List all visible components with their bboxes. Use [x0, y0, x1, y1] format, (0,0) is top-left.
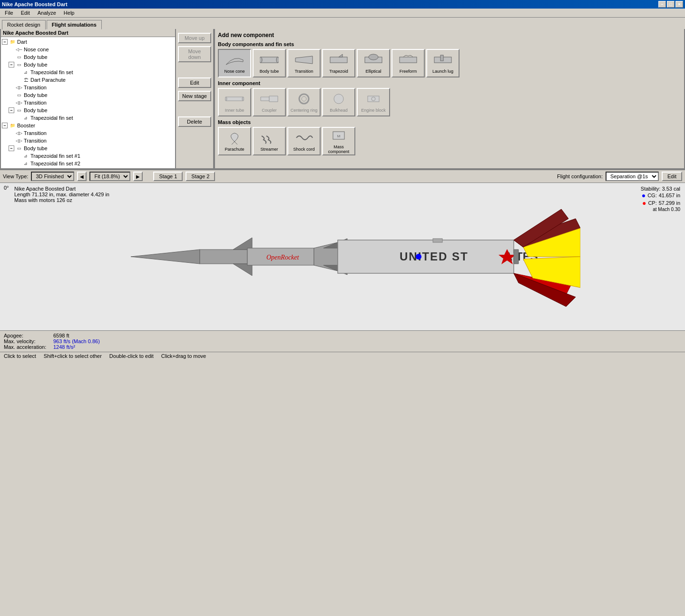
tree-label-body-tube-3: Body tube [24, 92, 48, 98]
fit-select[interactable]: Fit (18.8%) [89, 172, 130, 181]
view-toolbar: View Type: 3D Finished ◀ Fit (18.8%) ▶ S… [0, 170, 685, 183]
tree-item-trap-fin[interactable]: ⊿ Trapezoidal fin set [2, 68, 174, 76]
view-right-arrow[interactable]: ▶ [133, 172, 143, 181]
tree-item-transition-2[interactable]: ◁▷ Transition [2, 99, 174, 106]
comp-freeform[interactable]: Freeform [391, 49, 425, 77]
svg-point-11 [225, 97, 227, 101]
nose-icon: ◁─ [15, 46, 23, 53]
expand-dart[interactable]: − [2, 39, 8, 45]
tree-item-trap-fin-set-2[interactable]: ⊿ Trapezoidal fin set #2 [2, 160, 174, 167]
tree-item-body-tube-5[interactable]: − ▭ Body tube [2, 144, 174, 152]
comp-shock-cord[interactable]: Shock cord [287, 127, 321, 155]
tree-label-trap-fin-set-2: Trapezoidal fin set #2 [30, 161, 80, 166]
svg-marker-25 [233, 264, 252, 276]
stage-1-button[interactable]: Stage 1 [153, 172, 183, 181]
svg-rect-37 [433, 239, 442, 242]
tree-label-body-tube-5: Body tube [24, 145, 48, 151]
trapezoid-icon [329, 53, 348, 67]
trapezoid-label: Trapezoid [329, 69, 348, 74]
comp-parachute[interactable]: Parachute [218, 127, 251, 155]
streamer-icon [260, 131, 279, 145]
mass-objects-title: Mass objects [218, 119, 681, 125]
svg-rect-0 [261, 57, 278, 63]
tree-label-dart: Dart [17, 39, 27, 45]
comp-elliptical[interactable]: Elliptical [357, 49, 390, 77]
fin-icon-2: ⊿ [22, 115, 29, 121]
flight-config-select[interactable]: Separation @1s [606, 172, 659, 181]
minimize-button[interactable]: − [658, 1, 666, 8]
body-tube-icon [260, 53, 279, 67]
expand-booster[interactable]: − [2, 123, 8, 128]
menu-edit[interactable]: Edit [18, 10, 33, 16]
tree-item-dart[interactable]: − 📁 Dart [2, 38, 174, 46]
svg-marker-4 [339, 54, 342, 57]
delete-button[interactable]: Delete [178, 116, 211, 127]
menu-help[interactable]: Help [61, 10, 78, 16]
cg-value: 41.657 in [659, 192, 680, 198]
comp-engine-block[interactable]: Engine block [357, 88, 390, 116]
tree-item-booster[interactable]: − 📁 Booster [2, 122, 174, 129]
expand-body-tube-4[interactable]: − [9, 107, 14, 113]
trans-icon-1: ◁▷ [15, 84, 23, 91]
add-component-title: Add new component [218, 32, 681, 38]
close-button[interactable]: × [675, 1, 683, 8]
menu-analyze[interactable]: Analyze [35, 10, 59, 16]
move-up-button[interactable]: Move up [178, 33, 211, 43]
comp-streamer[interactable]: Streamer [253, 127, 286, 155]
comp-coupler[interactable]: Coupler [253, 88, 286, 116]
svg-rect-9 [440, 55, 443, 61]
svg-text:M: M [337, 134, 341, 138]
svg-point-35 [416, 254, 421, 260]
comp-bulkhead[interactable]: Bulkhead [322, 88, 355, 116]
inner-component-grid: Inner tube Coupler Cente [218, 88, 681, 116]
tree-item-transition-1[interactable]: ◁▷ Transition [2, 84, 174, 91]
comp-nose-cone[interactable]: Nose cone [218, 49, 251, 77]
svg-marker-22 [131, 250, 200, 264]
tree-item-transition-3[interactable]: ◁▷ Transition [2, 129, 174, 137]
svg-marker-44 [514, 250, 519, 264]
mass-component-icon: M [329, 129, 348, 143]
comp-launch-lug[interactable]: Launch lug [426, 49, 460, 77]
expand-body-tube-5[interactable]: − [9, 145, 14, 151]
tab-flight-simulations[interactable]: Flight simulations [47, 20, 102, 29]
view-type-label: View Type: [3, 173, 28, 179]
tree-item-body-tube-3[interactable]: ▭ Body tube [2, 91, 174, 99]
svg-point-14 [302, 96, 306, 101]
expand-body-tube-2[interactable]: − [9, 62, 14, 67]
comp-mass-component[interactable]: M Mass component [322, 127, 355, 155]
tree-item-nose-cone[interactable]: ◁─ Nose cone [2, 46, 174, 53]
tab-rocket-design[interactable]: Rocket design [2, 20, 46, 29]
comp-inner-tube[interactable]: Inner tube [218, 88, 251, 116]
maximize-button[interactable]: □ [667, 1, 675, 8]
tree-item-trap-fin-2[interactable]: ⊿ Trapezoidal fin set [2, 114, 174, 122]
tree-item-dart-parachute[interactable]: ⛱ Dart Parachute [2, 76, 174, 84]
svg-point-1 [260, 57, 262, 63]
new-stage-button[interactable]: New stage [178, 91, 211, 101]
tree-item-body-tube-4[interactable]: − ▭ Body tube [2, 106, 174, 114]
comp-transition[interactable]: Transition [287, 49, 321, 77]
stage-2-button[interactable]: Stage 2 [186, 172, 215, 181]
add-component-panel: Add new component Body components and fi… [215, 29, 684, 168]
elliptical-icon [364, 53, 383, 67]
comp-centering-ring[interactable]: Centering ring [287, 88, 321, 116]
trans-icon-3: ◁▷ [15, 130, 23, 136]
edit-button[interactable]: Edit [178, 77, 211, 88]
tree-item-trap-fin-set-1[interactable]: ⊿ Trapezoidal fin set #1 [2, 152, 174, 160]
tree-item-transition-4[interactable]: ◁▷ Transition [2, 137, 174, 144]
flight-config-edit-button[interactable]: Edit [662, 172, 682, 181]
tree-label-nose-cone: Nose cone [24, 47, 49, 52]
comp-trapezoid[interactable]: Trapezoid [322, 49, 355, 77]
menu-file[interactable]: File [2, 10, 16, 16]
view-type-select[interactable]: 3D Finished [31, 172, 74, 181]
launch-lug-label: Launch lug [432, 69, 453, 74]
svg-line-19 [235, 142, 237, 144]
move-down-button[interactable]: Move down [178, 46, 211, 62]
view-left-arrow[interactable]: ◀ [77, 172, 87, 181]
tree-item-body-tube-2[interactable]: − ▭ Body tube [2, 61, 174, 68]
tree-label-dart-parachute: Dart Parachute [30, 77, 66, 83]
shock-cord-icon [294, 131, 313, 145]
trans-icon-2: ◁▷ [15, 99, 23, 106]
tree-item-body-tube-1[interactable]: ▭ Body tube [2, 53, 174, 61]
tree-container[interactable]: − 📁 Dart ◁─ Nose cone ▭ Body tube [1, 37, 175, 168]
comp-body-tube[interactable]: Body tube [253, 49, 286, 77]
